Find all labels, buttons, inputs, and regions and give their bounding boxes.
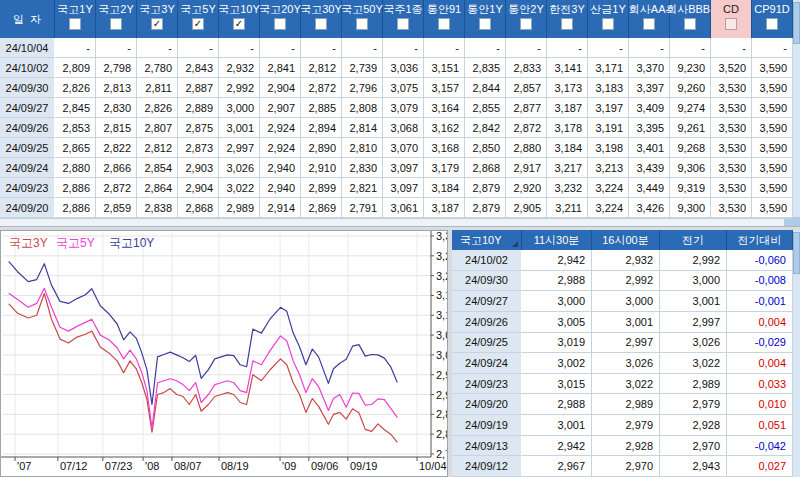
column-header[interactable]: 국고50Y	[342, 0, 383, 38]
scrollbar-thumb[interactable]	[793, 232, 800, 274]
column-checkbox[interactable]: ✓	[192, 18, 204, 30]
yield-value-cell: 2,910	[301, 158, 342, 178]
table-row[interactable]: 24/09/252,8652,8222,8122,8732,9972,9242,…	[0, 138, 793, 158]
yield-value-cell: 2,826	[137, 98, 178, 118]
yield-value-cell: 2,886	[55, 178, 96, 198]
yield-chart-panel: 3,3003,2503,2003,1503,1003,0503,0002,950…	[0, 230, 448, 477]
yield-value-cell: 9,260	[670, 78, 711, 98]
column-header[interactable]: 회사BBB-	[670, 0, 711, 38]
yield-value-cell: 3,590	[752, 78, 793, 98]
date-cell: 24/09/23	[452, 374, 522, 395]
table-row[interactable]: 24/09/132,9422,9282,970-0,042	[452, 436, 793, 457]
scrollbar-thumb[interactable]	[793, 2, 800, 44]
column-checkbox[interactable]	[315, 18, 327, 30]
yield-value-cell: 3,022	[660, 353, 727, 374]
yield-value-cell: 9,274	[670, 98, 711, 118]
yield-value-cell: 2,979	[660, 394, 727, 415]
table-row[interactable]: 24/09/233,0153,0222,9890,033	[452, 374, 793, 395]
table-row[interactable]: 24/09/232,8862,8722,8642,9043,0222,9402,…	[0, 178, 793, 198]
table-row[interactable]: 24/09/273,0003,0003,001-0,001	[452, 291, 793, 312]
column-checkbox[interactable]	[520, 18, 532, 30]
table-row[interactable]: 24/09/302,9882,9923,000-0,008	[452, 271, 793, 292]
table-row[interactable]: 24/09/272,8452,8302,8262,8893,0002,9072,…	[0, 98, 793, 118]
column-header[interactable]: CD	[711, 0, 752, 38]
yield-value-cell: 2,903	[178, 158, 219, 178]
yield-value-cell: -	[55, 38, 96, 58]
table-row[interactable]: 24/09/202,8862,8592,8382,8682,9892,9142,…	[0, 198, 793, 218]
yield-value-cell: 3,162	[424, 118, 465, 138]
column-header[interactable]: 국고1Y	[55, 0, 96, 38]
column-checkbox[interactable]	[274, 18, 286, 30]
column-checkbox[interactable]	[766, 18, 778, 30]
column-checkbox[interactable]	[397, 18, 409, 30]
column-checkbox[interactable]	[561, 18, 573, 30]
vertical-scrollbar[interactable]	[793, 0, 800, 226]
column-checkbox[interactable]	[110, 18, 122, 30]
yield-value-cell: 2,833	[506, 58, 547, 78]
legend-label: 국고5Y	[56, 236, 95, 250]
table-row[interactable]: 24/09/262,8532,8152,8072,8753,0012,9242,…	[0, 118, 793, 138]
column-header[interactable]: 한전3Y	[547, 0, 588, 38]
series-line-1	[9, 288, 397, 428]
yield-value-cell: 3,590	[752, 58, 793, 78]
yield-value-cell: 2,997	[219, 138, 260, 158]
horizontal-scrollbar[interactable]	[0, 218, 793, 226]
table-row[interactable]: 24/09/302,8262,8132,8112,8872,9922,9042,…	[0, 78, 793, 98]
table-row[interactable]: 24/10/022,8092,7982,7802,8432,9322,8412,…	[0, 58, 793, 78]
column-header[interactable]: 전기대비	[727, 230, 793, 250]
column-header[interactable]: 국고10Y	[452, 230, 522, 250]
date-cell: 24/09/20	[0, 198, 55, 218]
column-checkbox[interactable]	[69, 18, 81, 30]
table-row[interactable]: 24/09/253,0192,9973,026-0,029	[452, 333, 793, 354]
column-header[interactable]: CP91D	[752, 0, 793, 38]
table-header-row: 국고10Y11시30분16시00분전기전기대비	[452, 230, 793, 250]
column-header[interactable]: 국주1종	[383, 0, 424, 38]
column-header[interactable]: 산금1Y	[588, 0, 629, 38]
column-header[interactable]: 11시30분	[522, 230, 592, 250]
table-row[interactable]: 24/10/022,9422,9322,992-0,060	[452, 250, 793, 271]
column-checkbox[interactable]: ✓	[233, 18, 245, 30]
column-checkbox[interactable]	[356, 18, 368, 30]
column-header[interactable]: 전기	[660, 230, 727, 250]
table-row[interactable]: 24/09/122,9672,9702,9430,027	[452, 456, 793, 477]
table-row[interactable]: 24/09/242,8802,8662,8542,9033,0262,9402,…	[0, 158, 793, 178]
yield-value-cell: 3,179	[424, 158, 465, 178]
column-header[interactable]: 국고5Y✓	[178, 0, 219, 38]
column-header[interactable]: 국고2Y	[96, 0, 137, 38]
column-header[interactable]: 통안2Y	[506, 0, 547, 38]
date-cell: 24/09/26	[0, 118, 55, 138]
column-header[interactable]: 16시00분	[592, 230, 660, 250]
column-header[interactable]: 통안91	[424, 0, 465, 38]
table-row[interactable]: 24/10/04------------------	[0, 38, 793, 58]
yield-value-cell: 3,449	[629, 178, 670, 198]
yield-value-cell: 2,932	[219, 58, 260, 78]
column-checkbox[interactable]	[479, 18, 491, 30]
column-header[interactable]: 국고20Y	[260, 0, 301, 38]
table-row[interactable]: 24/09/243,0023,0263,0220,004	[452, 353, 793, 374]
table-row[interactable]: 24/09/202,9882,9892,9790,010	[452, 394, 793, 415]
column-header[interactable]: 국고10Y✓	[219, 0, 260, 38]
yield-value-cell: -	[96, 38, 137, 58]
scrollbar-corner[interactable]	[784, 219, 793, 226]
column-checkbox[interactable]	[602, 18, 614, 30]
column-checkbox[interactable]	[684, 18, 696, 30]
column-checkbox[interactable]	[643, 18, 655, 30]
yield-value-cell: 2,815	[96, 118, 137, 138]
table-row[interactable]: 24/09/263,0053,0012,9970,004	[452, 312, 793, 333]
vertical-scrollbar[interactable]	[793, 230, 800, 477]
yield-value-cell: 3,590	[752, 118, 793, 138]
column-checkbox[interactable]	[438, 18, 450, 30]
x-tick-label: 10/04	[419, 460, 447, 472]
yield-value-cell: 3,530	[711, 98, 752, 118]
column-checkbox[interactable]: ✓	[151, 18, 163, 30]
column-header-label: 국고30Y	[301, 0, 341, 18]
column-checkbox[interactable]	[725, 18, 737, 30]
column-header[interactable]: 국고3Y✓	[137, 0, 178, 38]
date-cell: 24/09/24	[0, 158, 55, 178]
column-header[interactable]: 회사AA-	[629, 0, 670, 38]
column-header[interactable]: 국고30Y	[301, 0, 342, 38]
column-header[interactable]: 통안1Y	[465, 0, 506, 38]
yield-value-cell: 3,002	[522, 353, 592, 374]
scroll-down-button[interactable]	[793, 217, 800, 226]
table-row[interactable]: 24/09/193,0012,9792,9280,051	[452, 415, 793, 436]
